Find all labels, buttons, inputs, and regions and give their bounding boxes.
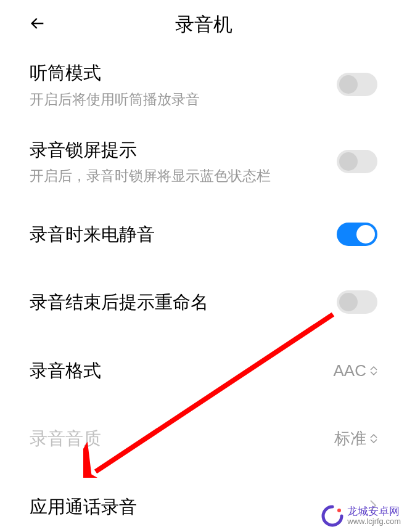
page-title: 录音机	[12, 12, 395, 38]
setting-rename-prompt[interactable]: 录音结束后提示重命名	[30, 265, 377, 334]
quality-selector: 标准	[334, 428, 377, 449]
settings-list: 听筒模式 开启后将使用听筒播放录音 录音锁屏提示 开启后，录音时锁屏将显示蓝色状…	[0, 43, 407, 532]
setting-lock-screen-hint[interactable]: 录音锁屏提示 开启后，录音时锁屏将显示蓝色状态栏	[30, 120, 377, 197]
setting-title: 录音结束后提示重命名	[30, 290, 337, 315]
watermark-url: www.lcjrfg.com	[347, 517, 401, 526]
setting-title: 录音音质	[30, 426, 334, 451]
format-value: AAC	[334, 361, 366, 380]
svg-point-1	[337, 509, 341, 512]
quality-value: 标准	[334, 428, 366, 449]
up-down-icon	[370, 433, 377, 444]
setting-quality: 录音音质 标准	[30, 401, 377, 470]
setting-title: 录音锁屏提示	[30, 137, 337, 163]
header: 录音机	[0, 0, 407, 43]
up-down-icon	[370, 366, 377, 376]
setting-format[interactable]: 录音格式 AAC	[30, 334, 377, 402]
setting-desc: 开启后，录音时锁屏将显示蓝色状态栏	[30, 166, 337, 186]
toggle-earpiece-mode[interactable]	[337, 73, 377, 96]
watermark: 龙城安卓网 www.lcjrfg.com	[321, 505, 401, 527]
setting-earpiece-mode[interactable]: 听筒模式 开启后将使用听筒播放录音	[30, 43, 377, 120]
format-selector[interactable]: AAC	[334, 361, 377, 380]
setting-desc: 开启后将使用听筒播放录音	[30, 89, 337, 109]
toggle-lock-screen-hint[interactable]	[337, 150, 377, 173]
watermark-name: 龙城安卓网	[347, 506, 401, 518]
setting-title: 听筒模式	[30, 60, 337, 86]
toggle-mute-on-call[interactable]	[337, 223, 377, 246]
setting-mute-on-call[interactable]: 录音时来电静音	[30, 197, 377, 266]
back-icon[interactable]	[28, 14, 47, 36]
toggle-rename-prompt[interactable]	[337, 290, 377, 314]
setting-title: 录音时来电静音	[30, 222, 337, 247]
setting-title: 应用通话录音	[30, 494, 369, 520]
setting-title: 录音格式	[30, 358, 334, 383]
watermark-logo-icon	[321, 505, 343, 527]
